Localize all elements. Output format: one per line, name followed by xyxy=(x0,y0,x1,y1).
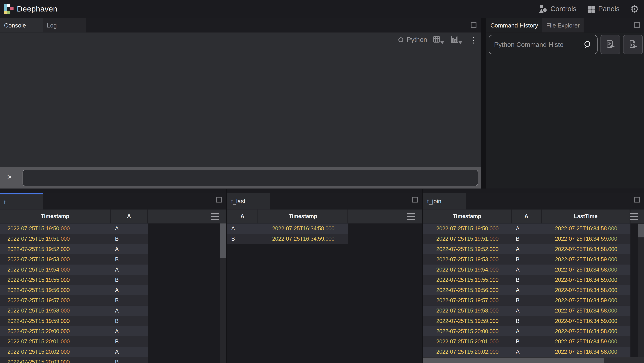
table-menu-icon[interactable] xyxy=(407,213,415,220)
column-header-lt[interactable]: LastTime xyxy=(542,210,630,224)
send-to-notebook-button[interactable] xyxy=(623,35,643,54)
cell-ts[interactable]: 2022-07-25T15:19:52.000 xyxy=(0,244,111,254)
table-row[interactable]: 2022-07-25T15:19:58.000A2022-07-25T16:34… xyxy=(423,306,630,316)
cell-lt[interactable]: 2022-07-25T16:34:58.000 xyxy=(542,223,630,234)
cell-ts[interactable]: 2022-07-25T15:20:00.000 xyxy=(423,326,512,336)
cell-ts[interactable]: 2022-07-25T15:19:50.000 xyxy=(0,223,111,234)
cell-ts[interactable]: 2022-07-25T15:19:58.000 xyxy=(423,306,512,316)
cell-ts[interactable]: 2022-07-25T15:20:01.000 xyxy=(423,336,512,347)
cell-a[interactable]: A xyxy=(111,264,148,275)
cell-a[interactable]: A xyxy=(111,285,148,295)
cell-a[interactable]: A xyxy=(512,244,542,254)
console-input[interactable] xyxy=(23,170,478,186)
maximize-icon[interactable] xyxy=(470,22,476,28)
table-row[interactable]: 2022-07-25T15:19:53.000B2022-07-25T16:34… xyxy=(423,254,630,264)
table-menu-icon[interactable] xyxy=(630,213,638,220)
cell-a[interactable]: B xyxy=(512,295,542,306)
cell-ts[interactable]: 2022-07-25T15:20:00.000 xyxy=(0,326,111,336)
cell-ts[interactable]: 2022-07-25T15:19:54.000 xyxy=(0,264,111,275)
tab-file-explorer[interactable]: File Explorer xyxy=(542,18,584,32)
table-row[interactable]: 2022-07-25T15:19:56.000A2022-07-25T16:34… xyxy=(423,285,630,295)
cell-a[interactable]: B xyxy=(111,254,148,264)
cell-lt[interactable]: 2022-07-25T16:34:58.000 xyxy=(542,264,630,275)
table-menu-icon[interactable] xyxy=(211,213,220,220)
cell-a[interactable]: B xyxy=(512,234,542,244)
cell-ts[interactable]: 2022-07-25T15:19:58.000 xyxy=(0,306,111,316)
table-row[interactable]: 2022-07-25T15:19:54.000A xyxy=(0,264,148,275)
command-history-search-input[interactable]: Python Command Histo xyxy=(489,35,598,54)
tab-t-join[interactable]: t_join xyxy=(423,193,466,209)
cell-lt[interactable]: 2022-07-25T16:34:58.000 xyxy=(542,244,630,254)
cell-a[interactable]: A xyxy=(512,347,542,357)
cell-ts[interactable]: 2022-07-25T15:19:59.000 xyxy=(0,316,111,326)
column-header-a[interactable]: A xyxy=(512,210,542,224)
cell-ts[interactable]: 2022-07-25T16:34:58.000 xyxy=(258,223,348,234)
cell-ts[interactable]: 2022-07-25T15:20:03.000 xyxy=(0,357,111,363)
open-table-button[interactable] xyxy=(433,36,445,44)
cell-ts[interactable]: 2022-07-25T15:19:55.000 xyxy=(0,275,111,285)
table-row[interactable]: 2022-07-25T15:19:59.000B xyxy=(0,316,148,326)
cell-a[interactable]: A xyxy=(512,264,542,275)
cell-ts[interactable]: 2022-07-25T15:19:55.000 xyxy=(423,275,512,285)
cell-ts[interactable]: 2022-07-25T15:20:02.000 xyxy=(423,347,512,357)
cell-lt[interactable]: 2022-07-25T16:34:59.000 xyxy=(542,336,630,347)
cell-a[interactable]: A xyxy=(512,306,542,316)
cell-ts[interactable]: 2022-07-25T15:19:57.000 xyxy=(0,295,111,306)
cell-lt[interactable]: 2022-07-25T16:34:58.000 xyxy=(542,306,630,316)
table-row[interactable]: 2022-07-25T15:19:54.000A2022-07-25T16:34… xyxy=(423,264,630,275)
table-row[interactable]: 2022-07-25T15:19:51.000B2022-07-25T16:34… xyxy=(423,234,630,244)
cell-lt[interactable]: 2022-07-25T16:34:58.000 xyxy=(542,285,630,295)
cell-ts[interactable]: 2022-07-25T15:20:01.000 xyxy=(0,336,111,347)
cell-lt[interactable]: 2022-07-25T16:34:59.000 xyxy=(542,275,630,285)
table-row[interactable]: 2022-07-25T15:19:50.000A2022-07-25T16:34… xyxy=(423,223,630,234)
table-row[interactable]: 2022-07-25T15:19:57.000B2022-07-25T16:34… xyxy=(423,295,630,306)
cell-a[interactable]: A xyxy=(512,223,542,234)
table-row[interactable]: 2022-07-25T15:19:52.000A2022-07-25T16:34… xyxy=(423,244,630,254)
table-row[interactable]: 2022-07-25T15:19:58.000A xyxy=(0,306,148,316)
column-header-a[interactable]: A xyxy=(227,210,258,224)
cell-ts[interactable]: 2022-07-25T15:19:51.000 xyxy=(423,234,512,244)
scrollbar-thumb[interactable] xyxy=(638,224,644,238)
table-row[interactable]: 2022-07-25T15:19:50.000A xyxy=(0,223,148,234)
cell-ts[interactable]: 2022-07-25T15:19:50.000 xyxy=(423,223,512,234)
cell-ts[interactable]: 2022-07-25T15:19:51.000 xyxy=(0,234,111,244)
cell-ts[interactable]: 2022-07-25T15:19:56.000 xyxy=(423,285,512,295)
cell-a[interactable]: B xyxy=(111,295,148,306)
open-chart-button[interactable] xyxy=(450,36,463,44)
table-row[interactable]: 2022-07-25T15:19:55.000B2022-07-25T16:34… xyxy=(423,275,630,285)
cell-a[interactable]: A xyxy=(111,244,148,254)
cell-a[interactable]: B xyxy=(512,316,542,326)
cell-lt[interactable]: 2022-07-25T16:34:59.000 xyxy=(542,254,630,264)
tab-t[interactable]: t xyxy=(0,193,43,209)
cell-ts[interactable]: 2022-07-25T15:19:52.000 xyxy=(423,244,512,254)
table-row[interactable]: 2022-07-25T15:19:53.000B xyxy=(0,254,148,264)
table-row[interactable]: 2022-07-25T15:20:03.000B xyxy=(0,357,148,363)
cell-a[interactable]: B xyxy=(111,316,148,326)
cell-ts[interactable]: 2022-07-25T15:19:59.000 xyxy=(423,316,512,326)
maximize-icon[interactable] xyxy=(412,197,418,202)
table-row[interactable]: 2022-07-25T15:19:55.000B xyxy=(0,275,148,285)
cell-a[interactable]: A xyxy=(111,326,148,336)
maximize-icon[interactable] xyxy=(634,197,640,202)
cell-ts[interactable]: 2022-07-25T15:19:54.000 xyxy=(423,264,512,275)
tab-log[interactable]: Log xyxy=(43,18,86,32)
controls-button[interactable]: Controls xyxy=(539,5,576,13)
maximize-icon[interactable] xyxy=(216,197,222,202)
table-row[interactable]: 2022-07-25T15:20:02.000A xyxy=(0,347,148,357)
scrollbar-thumb[interactable] xyxy=(220,223,226,258)
table-row[interactable]: 2022-07-25T15:19:59.000B2022-07-25T16:34… xyxy=(423,316,630,326)
column-header-ts[interactable]: Timestamp xyxy=(0,210,111,224)
table-row[interactable]: 2022-07-25T15:20:00.000A xyxy=(0,326,148,336)
column-header-ts[interactable]: Timestamp xyxy=(258,210,348,224)
cell-a[interactable]: B xyxy=(111,234,148,244)
cell-a[interactable]: A xyxy=(111,306,148,316)
cell-ts[interactable]: 2022-07-25T15:19:57.000 xyxy=(423,295,512,306)
column-header-a[interactable]: A xyxy=(111,210,148,224)
cell-lt[interactable]: 2022-07-25T16:34:58.000 xyxy=(542,347,630,357)
cell-a[interactable]: B xyxy=(512,254,542,264)
cell-a[interactable]: A xyxy=(512,326,542,336)
scrollbar-thumb[interactable] xyxy=(423,358,604,363)
tab-console[interactable]: Console xyxy=(0,18,43,32)
cell-lt[interactable]: 2022-07-25T16:34:58.000 xyxy=(542,326,630,336)
table-row[interactable]: 2022-07-25T15:20:01.000B2022-07-25T16:34… xyxy=(423,336,630,347)
